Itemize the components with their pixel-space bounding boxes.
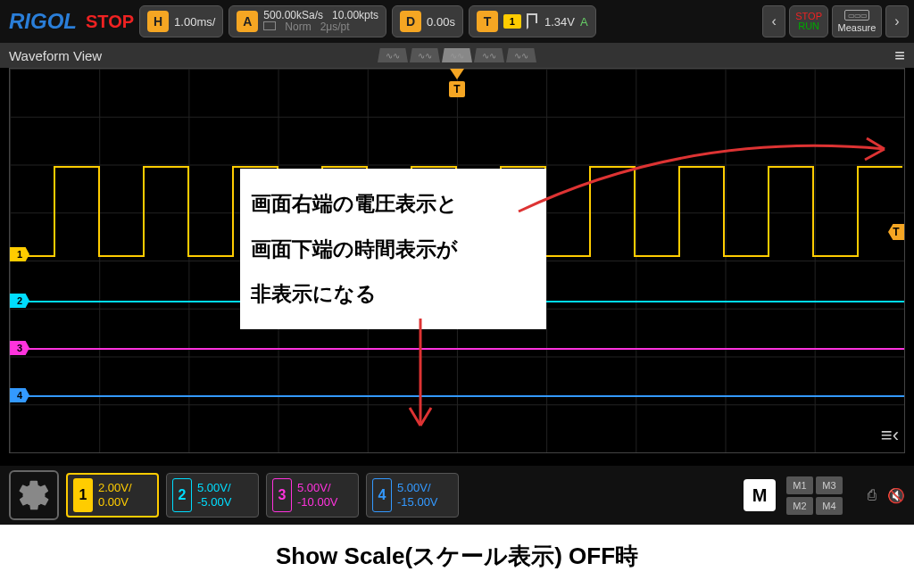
ch1-box[interactable]: 1 2.00V/ 0.00V <box>66 473 159 518</box>
settings-gear-button[interactable] <box>9 470 59 520</box>
delay-control[interactable]: D 0.00s <box>392 5 463 37</box>
waveform-title: Waveform View <box>9 48 102 63</box>
top-bar: RIGOL STOP H 1.00ms/ A 500.00kSa/s 10.00… <box>0 0 914 43</box>
oscilloscope-screen: RIGOL STOP H 1.00ms/ A 500.00kSa/s 10.00… <box>0 0 914 525</box>
collapse-icon[interactable]: ≡‹ <box>881 424 899 447</box>
nav-next-button[interactable]: › <box>885 5 909 37</box>
ch3-box[interactable]: 3 5.00V/ -10.00V <box>266 473 359 518</box>
gear-icon <box>16 477 52 513</box>
rising-edge-icon <box>527 13 539 29</box>
stop-run-button[interactable]: STOP RUN <box>789 5 828 37</box>
ch1-scale: 2.00V/ <box>98 481 132 495</box>
acq-resolution: 2μs/pt <box>320 21 350 33</box>
run-label: RUN <box>795 21 822 31</box>
waveform-ch3 <box>10 348 904 350</box>
trigger-icon: T <box>477 11 498 32</box>
ch4-marker[interactable]: 4 <box>10 388 29 402</box>
ch2-scale: 5.00V/ <box>197 481 231 495</box>
waveform-header: Waveform View ∿∿ ∿∿ ∿∿ ∿∿ ∿∿ ≡ <box>0 43 914 68</box>
annotation-line3: 非表示になる <box>251 271 536 317</box>
ch4-offset: -15.00V <box>397 495 438 509</box>
ch3-marker[interactable]: 3 <box>10 341 29 355</box>
waveform-plot[interactable]: T T 1 2 3 4 ≡‹ 画面右端の電圧表示と 画面下端の時間表示が 非表示… <box>9 68 905 453</box>
math-grid: M1 M3 M2 M4 <box>786 476 843 515</box>
math-button[interactable]: M <box>744 479 776 511</box>
timebase-value: 1.00ms/ <box>174 15 215 29</box>
trigger-channel-badge: 1 <box>503 14 521 29</box>
delay-value: 0.00s <box>427 15 455 29</box>
m4-button[interactable]: M4 <box>816 497 843 515</box>
measure-button[interactable]: ▭▭▭ Measure <box>832 5 882 37</box>
ch2-number: 2 <box>172 478 192 512</box>
annotation-box: 画面右端の電圧表示と 画面下端の時間表示が 非表示になる <box>240 169 546 329</box>
m2-button[interactable]: M2 <box>786 497 813 515</box>
figure-caption: Show Scale(スケール表示) OFF時 <box>0 525 914 588</box>
trigger-control[interactable]: T 1 1.34V A <box>469 5 596 37</box>
ch3-number: 3 <box>272 478 292 512</box>
ch3-scale: 5.00V/ <box>297 481 338 495</box>
trigger-t-badge[interactable]: T <box>449 81 465 97</box>
m3-button[interactable]: M3 <box>816 476 843 494</box>
trigger-level: 1.34V <box>544 15 575 29</box>
overview-tabs[interactable]: ∿∿ ∿∿ ∿∿ ∿∿ ∿∿ <box>378 48 536 62</box>
trigger-position-marker[interactable] <box>450 69 464 79</box>
ch1-number: 1 <box>73 478 93 512</box>
ch4-number: 4 <box>372 478 392 512</box>
ch4-scale: 5.00V/ <box>397 481 438 495</box>
acquire-icon: A <box>237 11 258 32</box>
ch2-marker[interactable]: 2 <box>10 294 29 308</box>
bottom-dock: 1 2.00V/ 0.00V 2 5.00V/ -5.00V 3 5.00V/ … <box>0 466 914 525</box>
ch1-marker[interactable]: 1 <box>10 247 29 261</box>
ch3-offset: -10.00V <box>297 495 338 509</box>
ch2-offset: -5.00V <box>197 495 231 509</box>
timebase-icon: H <box>147 11 169 32</box>
annotation-line1: 画面右端の電圧表示と <box>251 181 536 227</box>
acq-mode-icon <box>263 21 276 30</box>
delay-icon: D <box>400 11 421 32</box>
timebase-control[interactable]: H 1.00ms/ <box>139 5 223 37</box>
annotation-line2: 画面下端の時間表示が <box>251 227 536 272</box>
trigger-coupling: A <box>580 15 588 29</box>
brand-logo: RIGOL <box>5 9 80 34</box>
measure-label: Measure <box>838 22 877 33</box>
ch1-offset: 0.00V <box>98 495 132 509</box>
ch4-box[interactable]: 4 5.00V/ -15.00V <box>366 473 459 518</box>
usb-icon[interactable]: ⎙ <box>868 487 877 504</box>
run-status: STOP <box>86 12 134 32</box>
acquire-control[interactable]: A 500.00kSa/s 10.00kpts Norm 2μs/pt <box>228 5 386 37</box>
waveform-ch4 <box>10 395 904 397</box>
nav-prev-button[interactable]: ‹ <box>762 5 785 37</box>
measure-icon: ▭▭▭ <box>844 10 869 21</box>
acq-mode: Norm <box>285 21 311 33</box>
waveform-menu-icon[interactable]: ≡ <box>894 46 905 66</box>
mute-icon[interactable]: 🔇 <box>887 487 905 504</box>
m1-button[interactable]: M1 <box>786 476 813 494</box>
ch2-box[interactable]: 2 5.00V/ -5.00V <box>166 473 259 518</box>
